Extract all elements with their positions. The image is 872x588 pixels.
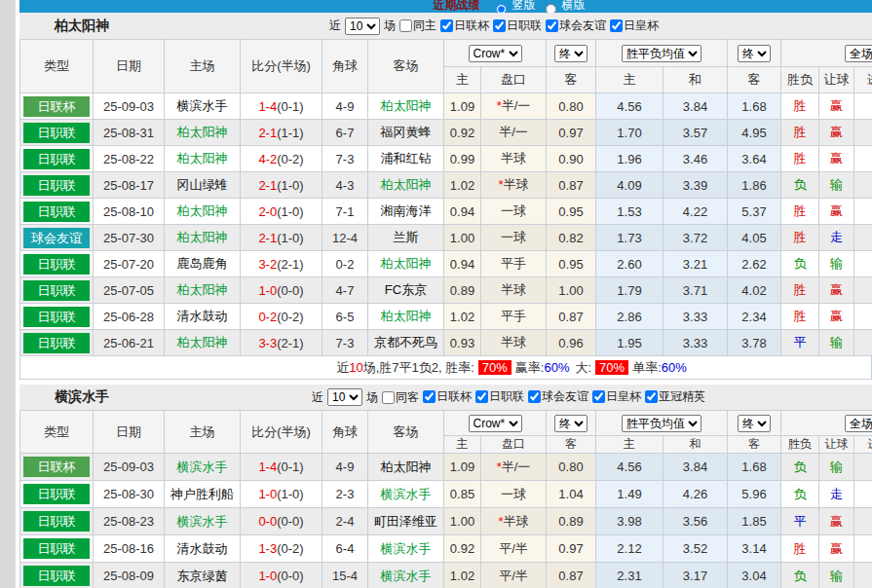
home-team-link[interactable]: 柏太阳神 [177, 125, 228, 139]
cup-label: 日皇杯 [624, 18, 659, 34]
away-team-link[interactable]: 浦和红钻 [381, 151, 432, 165]
competition-badge: 日职联 [23, 484, 90, 504]
home-team-link[interactable]: 清水鼓动 [177, 309, 228, 323]
handicap-result: 赢 [830, 309, 843, 323]
match-count-select[interactable]: 10 [345, 18, 380, 35]
goals-cell [854, 172, 872, 199]
away-team-link[interactable]: 京都不死鸟 [374, 335, 437, 349]
handicap-result: 输 [830, 256, 843, 271]
same-venue-checkbox[interactable]: 同客 [382, 389, 419, 406]
avg-away-odds-cell: 5.96 [728, 481, 781, 508]
avg-odds-select[interactable]: 胜平负均值 [622, 415, 701, 432]
final-odds-select-2[interactable]: 终 [738, 45, 771, 62]
home-team-link[interactable]: 柏太阳神 [177, 151, 228, 165]
wdl-result: 平 [794, 514, 807, 529]
home-team-link[interactable]: 横滨水手 [177, 459, 228, 474]
wdl-result: 胜 [794, 230, 807, 244]
away-team-cell: 柏太阳神 [368, 172, 444, 199]
home-team-link[interactable]: 横滨水手 [177, 514, 228, 529]
wdl-result: 胜 [794, 98, 807, 113]
away-team-link[interactable]: 横滨水手 [381, 487, 432, 501]
corner-cell: 4-7 [322, 277, 368, 304]
score-cell: 1-4(0-1) [241, 93, 322, 120]
home-team-link[interactable]: 冈山绿雉 [177, 177, 228, 192]
avg-draw-odds-cell: 4.22 [663, 199, 728, 225]
home-team-link[interactable]: 神户胜利船 [171, 487, 234, 501]
cup-checkbox[interactable]: 球会友谊 [528, 388, 588, 405]
away-team-link[interactable]: 福冈黄蜂 [381, 125, 432, 139]
sub-avg-draw: 和 [663, 67, 728, 93]
away-team-link[interactable]: 町田泽维亚 [374, 514, 437, 529]
cup-checkbox[interactable]: 日皇杯 [592, 388, 641, 405]
cup-checkbox[interactable]: 球会友谊 [546, 18, 606, 34]
home-team-link[interactable]: 清水鼓动 [177, 541, 228, 556]
handicap-result-cell: 输 [819, 251, 854, 277]
final-odds-select-1[interactable]: 终 [554, 45, 588, 62]
avg-home-odds-cell: 1.53 [596, 199, 663, 225]
vertical-layout-radio[interactable] [496, 4, 507, 13]
avg-draw-odds-cell: 3.33 [663, 330, 728, 356]
col-away: 客场 [368, 40, 444, 93]
home-team-cell: 柏太阳神 [165, 330, 241, 356]
col-date: 日期 [94, 411, 165, 454]
cup-checkbox[interactable]: 日职联 [475, 388, 524, 405]
fulltime-score: 1-0 [258, 569, 277, 583]
home-team-link[interactable]: 柏太阳神 [177, 335, 228, 349]
cup-checkbox[interactable]: 日联杯 [440, 18, 489, 34]
away-team-link[interactable]: 柏太阳神 [381, 309, 432, 323]
halftime-score: (0-1) [277, 459, 303, 474]
corner-cell: 12-4 [322, 225, 368, 251]
fulltime-score: 0-0 [258, 514, 277, 529]
match-type-cell: 日联杯 [20, 454, 94, 481]
handicap-result-cell: 赢 [819, 535, 854, 563]
cup-checkbox[interactable]: 亚冠精英 [645, 388, 705, 405]
home-team-link[interactable]: 横滨水手 [177, 98, 228, 113]
sub-avg-home: 主 [596, 67, 663, 93]
home-team-link[interactable]: 柏太阳神 [177, 282, 228, 297]
away-team-link[interactable]: 横滨水手 [381, 569, 432, 583]
horizontal-layout-radio[interactable] [546, 4, 556, 13]
handicap-result-cell: 输 [819, 330, 854, 356]
avg-draw-odds-cell: 3.56 [663, 508, 728, 535]
home-odds-cell: 1.00 [444, 508, 481, 535]
goals-cell [854, 454, 872, 481]
date-cell: 25-08-17 [94, 172, 165, 199]
wdl-result: 负 [794, 459, 807, 474]
home-team-link[interactable]: 鹿岛鹿角 [177, 256, 228, 271]
cup-label: 球会友谊 [542, 388, 588, 405]
away-team-link[interactable]: 兰斯 [394, 230, 419, 244]
cup-label: 日联杯 [454, 18, 489, 34]
fulltime-score: 2-1 [258, 126, 277, 140]
scope-select[interactable]: 全场 [845, 415, 872, 432]
avg-home-odds-cell: 4.56 [596, 454, 663, 481]
avg-home-odds-cell: 4.56 [596, 93, 663, 120]
home-team-link[interactable]: 东京绿茵 [177, 569, 228, 583]
match-count-select[interactable]: 10 [327, 388, 362, 406]
score-cell: 1-0(0-0) [241, 563, 322, 588]
near-label: 近 [329, 18, 341, 34]
final-odds-select-2[interactable]: 终 [738, 415, 771, 432]
cup-checkbox[interactable]: 日职联 [493, 18, 542, 34]
away-team-link[interactable]: 横滨水手 [381, 541, 432, 556]
cup-checkbox[interactable]: 日皇杯 [610, 18, 659, 34]
away-team-link[interactable]: 柏太阳神 [381, 256, 432, 271]
avg-away-odds-cell: 3.64 [728, 146, 781, 172]
away-team-link[interactable]: 柏太阳神 [381, 177, 432, 192]
goals-cell [854, 146, 872, 172]
home-team-link[interactable]: 柏太阳神 [177, 203, 228, 218]
home-team-link[interactable]: 柏太阳神 [177, 230, 228, 244]
match-type-cell: 日职联 [20, 304, 94, 330]
same-venue-checkbox[interactable]: 同主 [399, 18, 436, 34]
avg-odds-select[interactable]: 胜平负均值 [622, 45, 701, 62]
away-team-link[interactable]: FC东京 [385, 282, 427, 297]
away-team-link[interactable]: 柏太阳神 [381, 459, 432, 474]
halftime-score: (1-0) [277, 178, 303, 193]
cup-checkbox[interactable]: 日联杯 [423, 388, 472, 405]
final-odds-select-1[interactable]: 终 [554, 415, 588, 432]
odds-company-select[interactable]: Crow* [469, 45, 522, 62]
scope-select[interactable]: 全场 [845, 45, 872, 62]
away-team-link[interactable]: 湘南海洋 [381, 203, 432, 218]
away-team-link[interactable]: 柏太阳神 [381, 98, 432, 113]
col-corner: 角球 [322, 40, 368, 93]
odds-company-select[interactable]: Crow* [469, 415, 522, 432]
